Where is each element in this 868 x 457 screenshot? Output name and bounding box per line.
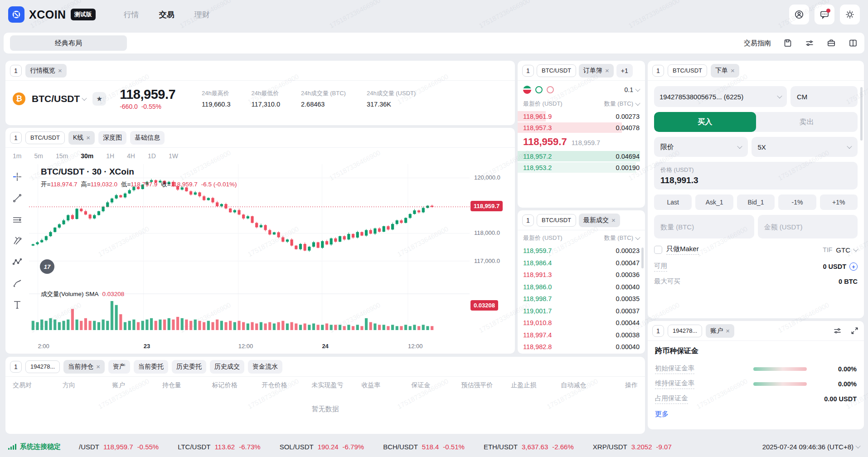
- save-layout-icon[interactable]: [783, 38, 793, 48]
- menu-item-行情[interactable]: 行情: [124, 10, 139, 20]
- menu-item-理财[interactable]: 理财: [194, 10, 210, 20]
- timeframe-4H[interactable]: 4H: [127, 152, 135, 160]
- quick-button-+1%[interactable]: +1%: [820, 194, 858, 210]
- chart-tab-深度图[interactable]: 深度图: [98, 131, 126, 145]
- trade-row[interactable]: 118,982.80.00040: [518, 341, 645, 353]
- quick-button--1%[interactable]: -1%: [778, 194, 816, 210]
- tick-size-selector[interactable]: 0.1: [625, 86, 640, 93]
- trade-row[interactable]: 118,991.30.00036: [518, 269, 645, 281]
- tab-当前委托[interactable]: 当前委托: [134, 360, 168, 374]
- trend-line-icon[interactable]: [11, 192, 24, 204]
- time-axis[interactable]: 2:002312:002412:00: [29, 343, 470, 353]
- timeframe-1W[interactable]: 1W: [169, 152, 178, 160]
- timeframe-1D[interactable]: 1D: [148, 152, 156, 160]
- scrollbar[interactable]: [860, 87, 863, 141]
- tab-历史委托[interactable]: 历史委托: [172, 360, 206, 374]
- more-tabs-button[interactable]: +1: [616, 64, 633, 78]
- bid-row[interactable]: 118,953.20.00190: [518, 162, 645, 173]
- book-mode-bids-icon[interactable]: [535, 86, 543, 93]
- close-icon[interactable]: ×: [726, 327, 730, 335]
- quantity-input-box[interactable]: [654, 215, 754, 238]
- pattern-icon[interactable]: [11, 256, 24, 268]
- amount-input-box[interactable]: [758, 215, 858, 238]
- messages-button[interactable]: [815, 5, 834, 24]
- timeframe-5m[interactable]: 5m: [34, 152, 43, 160]
- more-link[interactable]: 更多: [655, 410, 669, 418]
- ticker-item[interactable]: BCH/USDT518.4-0.51%: [383, 443, 465, 451]
- account-selector[interactable]: 194278538005675... (6225): [654, 86, 787, 107]
- quick-button-Ask_1[interactable]: Ask_1: [695, 194, 733, 210]
- settings-sliders-icon[interactable]: [805, 38, 815, 48]
- quantity-input[interactable]: [660, 223, 748, 231]
- brush-icon[interactable]: [11, 277, 24, 290]
- favorite-button[interactable]: ★: [92, 92, 106, 106]
- briefcase-icon[interactable]: [826, 38, 836, 48]
- scrollbar[interactable]: [641, 248, 644, 268]
- close-icon[interactable]: ×: [58, 67, 62, 74]
- trade-row[interactable]: 118,997.40.00038: [518, 329, 645, 341]
- maker-only-checkbox[interactable]: [654, 246, 662, 254]
- menu-item-交易[interactable]: 交易: [159, 10, 175, 20]
- order-type-select[interactable]: 限价: [654, 137, 748, 157]
- close-icon[interactable]: ×: [86, 134, 90, 141]
- pitchfork-icon[interactable]: [11, 234, 24, 247]
- trading-guide-link[interactable]: 交易指南: [744, 39, 771, 48]
- ticker-item[interactable]: ETH/USDT3,637.63-2.66%: [484, 443, 574, 451]
- close-icon[interactable]: ×: [731, 67, 735, 74]
- tab-account[interactable]: 账户 ×: [706, 324, 734, 338]
- expand-icon[interactable]: [849, 326, 859, 336]
- account-settings-icon[interactable]: [832, 326, 842, 336]
- ask-row[interactable]: 118,957.30.04078: [518, 122, 645, 133]
- tif-select[interactable]: TIF GTC: [823, 246, 858, 254]
- trade-row[interactable]: 118,998.70.00035: [518, 293, 645, 305]
- sell-button[interactable]: 卖出: [756, 112, 858, 132]
- bid-row[interactable]: 118,957.20.04694: [518, 151, 645, 162]
- book-mode-both-icon[interactable]: [523, 86, 531, 94]
- text-tool-icon[interactable]: [11, 298, 24, 311]
- horizontal-lines-icon[interactable]: [11, 213, 24, 226]
- crosshair-icon[interactable]: [11, 170, 24, 183]
- timeframe-15m[interactable]: 15m: [56, 152, 68, 160]
- classic-layout-button[interactable]: 经典布局: [10, 35, 127, 51]
- brand-logo[interactable]: XCOIN 测试版: [8, 6, 96, 23]
- price-input[interactable]: 价格 (USDT) 118,991.3: [654, 162, 858, 190]
- ticker-item[interactable]: SOL/USDT190.24-6.79%: [280, 443, 364, 451]
- tab-current-positions[interactable]: 当前持仓 ×: [63, 360, 105, 374]
- server-time[interactable]: 2025-07-24 09:46:36 (UTC+8): [762, 443, 860, 451]
- quick-button-Last[interactable]: Last: [654, 194, 692, 210]
- maker-only-label[interactable]: 只做Maker: [666, 245, 699, 255]
- ticker-item[interactable]: LTC/USDT113.62-6.73%: [178, 443, 261, 451]
- price-axis[interactable]: 120,000.0 118,000.0 117,000.0 118,959.7 …: [470, 164, 515, 342]
- theme-button[interactable]: [840, 5, 860, 24]
- pair-selector[interactable]: BTC/USDT: [32, 93, 86, 104]
- trade-row[interactable]: 119,001.70.00037: [518, 305, 645, 317]
- mid-price-row[interactable]: 118,959.7 118,959.7: [518, 133, 645, 151]
- book-mode-asks-icon[interactable]: [547, 86, 554, 93]
- close-icon[interactable]: ×: [611, 216, 616, 224]
- timeframe-1H[interactable]: 1H: [106, 152, 114, 160]
- close-icon[interactable]: ×: [96, 363, 100, 370]
- candlestick-chart[interactable]: BTC/USDT · 30 · XCoin 开=118,974.7高=119,0…: [29, 164, 470, 342]
- ticker-item[interactable]: XRP/USDT3.2052-9.07: [593, 443, 672, 451]
- ask-row[interactable]: 118,961.90.00273: [518, 111, 645, 122]
- tab-历史成交[interactable]: 历史成交: [210, 360, 244, 374]
- close-icon[interactable]: ×: [605, 67, 609, 74]
- trade-row[interactable]: 118,959.70.00023: [518, 245, 645, 257]
- tab-market-overview[interactable]: 行情概览 ×: [25, 64, 67, 78]
- trade-row[interactable]: 118,986.00.00040: [518, 281, 645, 293]
- tab-recent-trades[interactable]: 最新成交 ×: [579, 214, 620, 227]
- leverage-select[interactable]: 5X: [752, 137, 858, 157]
- timeframe-1m[interactable]: 1m: [13, 152, 21, 160]
- chart-tab-基础信息[interactable]: 基础信息: [130, 131, 165, 145]
- tab-资产[interactable]: 资产: [108, 360, 130, 374]
- tab-orderbook[interactable]: 订单簿 ×: [579, 64, 614, 78]
- timeframe-30m[interactable]: 30m: [81, 152, 93, 160]
- tab-place-order[interactable]: 下单 ×: [711, 64, 739, 78]
- add-funds-icon[interactable]: +: [849, 263, 858, 271]
- profile-button[interactable]: [789, 5, 809, 24]
- trade-row[interactable]: 119,010.80.00044: [518, 317, 645, 329]
- buy-button[interactable]: 买入: [654, 112, 756, 132]
- ticker-item[interactable]: /USDT118,959.7-0.55%: [79, 443, 159, 451]
- trade-row[interactable]: 118,986.40.00047: [518, 257, 645, 269]
- account-type-field[interactable]: CM: [790, 86, 858, 107]
